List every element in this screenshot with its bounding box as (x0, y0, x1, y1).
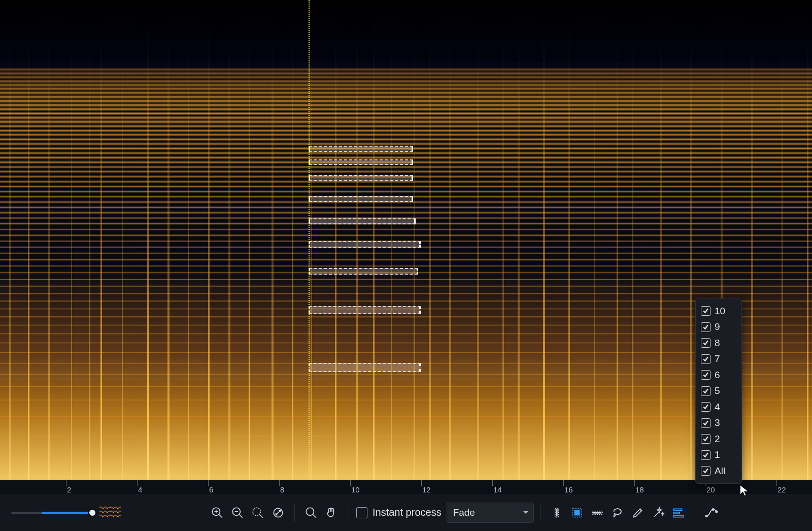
harmonics-item-label: 3 (715, 417, 720, 428)
harmonics-popup-item[interactable]: 1 (701, 447, 736, 463)
zoom-tool-icon[interactable] (301, 503, 321, 523)
harmonics-item-label: 7 (715, 353, 720, 364)
ruler-label: 16 (564, 485, 573, 494)
zoom-slider-fill (42, 512, 92, 514)
ruler-tick (563, 480, 564, 486)
harmonics-item-label: 10 (715, 306, 725, 317)
ruler-label: 8 (280, 485, 284, 494)
checkbox-icon[interactable] (701, 466, 710, 476)
curve-tool-icon[interactable] (701, 503, 722, 523)
svg-line-8 (259, 514, 263, 518)
harmonics-popup-item[interactable]: 6 (701, 367, 736, 383)
svg-line-5 (239, 514, 243, 518)
harmonics-popup-item[interactable]: 3 (701, 415, 736, 432)
harmonics-item-label: 8 (715, 338, 720, 349)
svg-rect-18 (673, 509, 682, 510)
process-dropdown-value: Fade (453, 507, 475, 518)
harmonic-selection-icon[interactable] (668, 503, 689, 523)
checkbox-icon[interactable] (701, 338, 710, 348)
ruler-tick (137, 480, 138, 486)
ruler-label: 12 (422, 485, 431, 494)
harmonics-popup[interactable]: 10987654321All (695, 298, 742, 484)
zoom-out-icon[interactable] (227, 503, 248, 523)
svg-rect-19 (673, 512, 680, 513)
checkbox-icon[interactable] (701, 370, 710, 380)
harmonics-item-label: 6 (715, 370, 720, 381)
harmonics-item-label: 5 (715, 385, 720, 396)
svg-rect-15 (574, 510, 580, 515)
magic-wand-icon[interactable] (648, 503, 668, 523)
zoom-slider[interactable] (11, 512, 92, 514)
svg-rect-17 (593, 512, 601, 513)
harmonic-selection[interactable] (309, 196, 413, 202)
ruler-label: 4 (138, 485, 142, 494)
checkbox-icon[interactable] (701, 386, 710, 396)
ruler-tick (492, 480, 493, 486)
hand-tool-icon[interactable] (321, 503, 342, 523)
ruler-tick (66, 480, 66, 486)
harmonics-popup-item[interactable]: 9 (701, 319, 736, 336)
brush-tool-icon[interactable] (628, 503, 648, 523)
harmonic-selection[interactable] (309, 363, 421, 372)
harmonics-item-label: 4 (715, 402, 720, 413)
frequency-selection-icon[interactable] (587, 503, 607, 523)
checkbox-icon[interactable] (701, 434, 710, 444)
playhead[interactable] (309, 0, 310, 480)
harmonics-popup-item[interactable]: 2 (701, 431, 736, 447)
checkbox-icon[interactable] (701, 418, 710, 428)
harmonic-selection[interactable] (309, 175, 413, 181)
zoom-selection-icon[interactable] (248, 503, 268, 523)
svg-point-10 (306, 508, 314, 515)
svg-rect-13 (556, 509, 557, 516)
zoom-fit-icon[interactable] (268, 503, 288, 523)
ruler-tick (421, 480, 422, 486)
separator (540, 504, 540, 522)
ruler-label: 10 (351, 485, 360, 494)
spectrogram-mode-icon[interactable]: 〰〰〰〰〰〰 (99, 507, 121, 519)
harmonics-popup-item[interactable]: 7 (701, 351, 736, 368)
harmonics-popup-item[interactable]: 4 (701, 399, 736, 415)
harmonic-selection[interactable] (309, 241, 421, 248)
ruler-label: 14 (493, 485, 502, 494)
ruler-tick (350, 480, 351, 486)
harmonics-popup-item[interactable]: All (701, 463, 736, 479)
ruler-tick (208, 480, 209, 486)
top-fade (0, 0, 812, 102)
checkbox-icon[interactable] (701, 402, 710, 412)
svg-point-23 (716, 511, 717, 512)
harmonic-selection[interactable] (309, 218, 416, 224)
ruler-label: 6 (209, 485, 213, 494)
time-ruler[interactable]: 246810121416182022 (0, 480, 812, 494)
svg-point-22 (712, 508, 714, 510)
lasso-tool-icon[interactable] (607, 503, 628, 523)
instant-process-checkbox[interactable] (356, 507, 367, 518)
separator (348, 504, 348, 522)
separator (695, 504, 695, 522)
checkbox-icon[interactable] (701, 306, 710, 316)
rectangle-selection-icon[interactable] (567, 503, 587, 523)
harmonics-popup-item[interactable]: 5 (701, 383, 736, 400)
ruler-label: 20 (706, 485, 715, 494)
checkbox-icon[interactable] (701, 354, 710, 364)
harmonics-item-label: 9 (715, 321, 720, 333)
zoom-slider-knob[interactable] (88, 508, 97, 517)
process-dropdown[interactable]: Fade (447, 503, 534, 523)
svg-line-11 (313, 514, 316, 518)
zoom-in-icon[interactable] (207, 503, 227, 523)
separator (294, 504, 295, 522)
svg-line-1 (219, 514, 222, 518)
harmonics-item-label: 1 (715, 449, 720, 460)
ruler-tick (279, 480, 280, 486)
checkbox-icon[interactable] (701, 450, 710, 460)
harmonic-selection[interactable] (309, 268, 418, 275)
harmonics-popup-item[interactable]: 8 (701, 335, 736, 351)
harmonic-selection[interactable] (309, 159, 413, 165)
harmonics-item-label: 2 (715, 434, 720, 445)
harmonic-selection[interactable] (309, 306, 421, 314)
harmonics-popup-item[interactable]: 10 (701, 303, 736, 319)
checkbox-icon[interactable] (701, 322, 710, 332)
spectrogram-view[interactable] (0, 0, 812, 480)
instant-process-label: Instant process (373, 507, 442, 518)
harmonic-selection[interactable] (309, 146, 413, 152)
time-selection-icon[interactable] (547, 503, 567, 523)
